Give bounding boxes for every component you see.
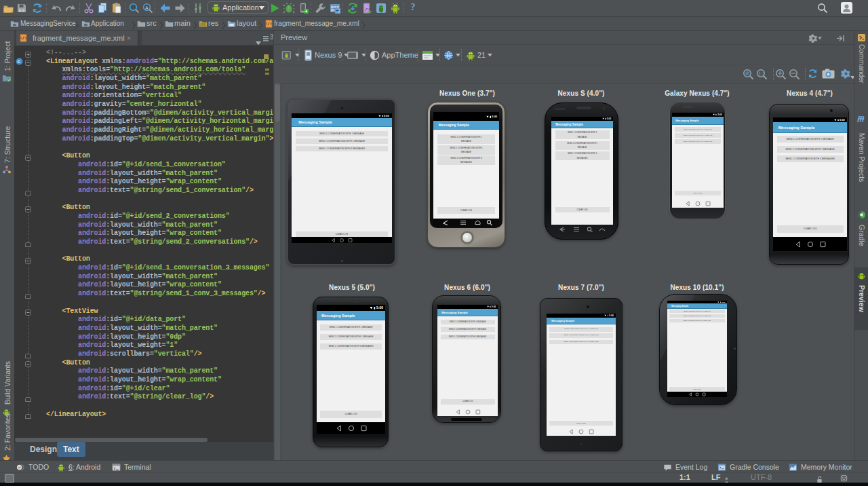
svg-text:1:1: 1:1 (758, 71, 765, 76)
svg-text:c: c (18, 59, 21, 65)
svg-text:A: A (145, 5, 149, 10)
